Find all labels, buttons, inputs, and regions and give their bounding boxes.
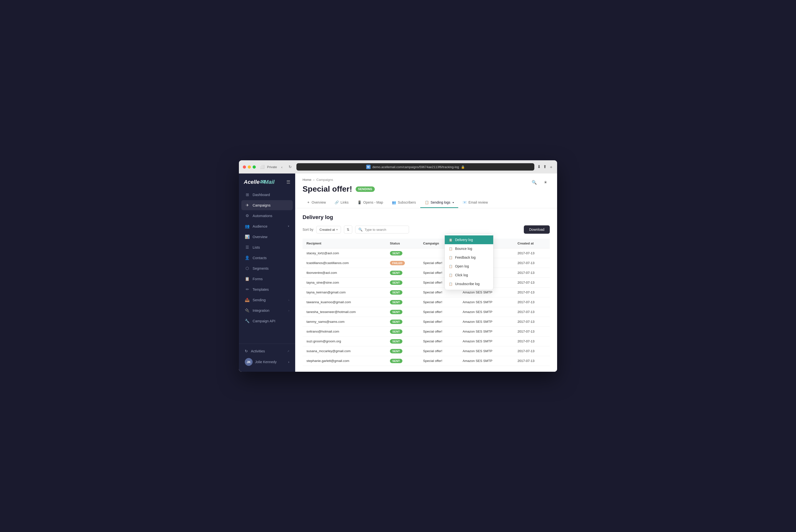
cell-status: SENT [386, 307, 419, 317]
dropdown-item-delivery-log[interactable]: 📋 Delivery log [445, 235, 493, 244]
cell-created: 2017-07-13 [514, 297, 550, 307]
integration-icon: 🔌 [245, 308, 250, 313]
cell-status: SENT [386, 287, 419, 297]
dropdown-item-bounce-log[interactable]: 📋 Bounce log [445, 244, 493, 253]
reload-button[interactable]: ↻ [287, 164, 293, 170]
sidebar-item-templates[interactable]: ✏ Templates [241, 284, 293, 294]
contacts-icon: 👤 [245, 255, 250, 260]
tab-links[interactable]: 🔗 Links [330, 197, 353, 208]
theme-toggle-button[interactable]: ☀ [541, 178, 550, 187]
sidebar-item-overview[interactable]: 📊 Overview [241, 232, 293, 242]
new-tab-icon[interactable]: ＋ [549, 164, 553, 170]
sidebar-item-segments[interactable]: ⬡ Segments [241, 263, 293, 273]
filter-button[interactable]: ⇅ [344, 225, 352, 234]
sidebar-item-automations[interactable]: ⚙ Automations [241, 211, 293, 221]
tab-label: Subscribers [398, 201, 416, 204]
download-icon[interactable]: ⬇ [537, 164, 541, 170]
sidebar-item-lists[interactable]: ☰ Lists [241, 242, 293, 252]
tab-opens-map[interactable]: 📱 Opens - Map [353, 197, 387, 208]
sidebar-item-contacts[interactable]: 👤 Contacts [241, 253, 293, 263]
templates-icon: ✏ [245, 287, 250, 292]
sidebar-item-audience[interactable]: 👥 Audience ▾ [241, 221, 293, 231]
dropdown-item-unsubscribe-log[interactable]: 📋 Unsubscribe log [445, 280, 493, 288]
tab-label: Links [340, 201, 348, 204]
cell-campaign: Special offer! [419, 297, 459, 307]
tab-label: Email review [469, 201, 488, 204]
sidebar-item-activities[interactable]: ↻ Activities ↗ [241, 347, 293, 356]
lock-icon: 🔒 [461, 165, 465, 169]
sidebar-item-dashboard[interactable]: ⊞ Dashboard [241, 190, 293, 200]
lists-icon: ☰ [245, 245, 250, 250]
table-row: tbonventre@aol.com SENT Special offer! A… [303, 268, 550, 278]
cell-recipient: stacey_lortz@aol.com [303, 248, 386, 258]
dropdown-item-click-log[interactable]: 📋 Click log [445, 271, 493, 280]
cell-status: SENT [386, 248, 419, 258]
browser-window: ⬜ Private ‹ ↻ M demo.acellemail.com/camp… [239, 160, 557, 372]
download-button[interactable]: Download [524, 225, 550, 234]
delivery-log-table: Recipient Status Campaign Sending server… [303, 239, 550, 366]
status-badge: SENDING [356, 187, 375, 192]
delivery-log-icon: 📋 [449, 238, 453, 242]
close-dot[interactable] [243, 166, 246, 169]
cell-created: 2017-07-13 [514, 327, 550, 337]
sending-icon: 📤 [245, 298, 250, 302]
status-badge: SENT [390, 359, 402, 363]
sidebar-item-integration[interactable]: 🔌 Integration › [241, 305, 293, 316]
window-controls [243, 166, 256, 169]
sidebar-item-label: Campaigns [252, 203, 270, 207]
content-area: Delivery log Sort by Created at ▾ ⇅ 🔍 [295, 208, 557, 372]
sidebar-toggle[interactable]: ☰ [286, 179, 290, 185]
share-icon[interactable]: ⬆ [543, 164, 547, 170]
table-row: tanesha_tesseneer@hotmail.com SENT Speci… [303, 307, 550, 317]
cell-server: Amazon SES SMTP [459, 317, 514, 327]
maximize-dot[interactable] [252, 166, 256, 169]
opens-map-tab-icon: 📱 [357, 201, 362, 204]
activities-icon: ↻ [245, 349, 248, 353]
sidebar-item-campaigns[interactable]: ✈ Campaigns [241, 200, 293, 210]
sidebar-item-sending[interactable]: 📤 Sending › [241, 295, 293, 305]
sidebar-item-forms[interactable]: 📋 Forms [241, 274, 293, 284]
cell-recipient: tcastillanos@castillanos.com [303, 258, 386, 268]
search-button[interactable]: 🔍 [530, 178, 538, 187]
table-row: tayna_keirnan@gmail.com SENT Special off… [303, 287, 550, 297]
sidebar-item-label: Lists [252, 245, 260, 249]
dropdown-item-feedback-log[interactable]: 📋 Feedback log [445, 253, 493, 262]
table-header-row: Recipient Status Campaign Sending server… [303, 239, 550, 248]
sidebar-user-item[interactable]: JK Jolie Kennedy › [241, 356, 293, 368]
cell-recipient: tbonventre@aol.com [303, 268, 386, 278]
cell-recipient: tayna_keirnan@gmail.com [303, 287, 386, 297]
table-row: suzi.groom@groom.org SENT Special offer!… [303, 337, 550, 346]
sort-by-label: Sort by [303, 228, 313, 231]
cell-status: SENT [386, 297, 419, 307]
sidebar-item-label: Sending [252, 298, 266, 302]
search-input[interactable] [364, 228, 406, 231]
tab-overview[interactable]: ✦ Overview [303, 197, 330, 208]
cell-campaign: Special offer! [419, 337, 459, 346]
breadcrumb-home[interactable]: Home [303, 178, 311, 182]
main-content: Home › Campaigns Special offer! SENDING … [295, 173, 557, 372]
click-log-icon: 📋 [449, 273, 453, 277]
breadcrumb: Home › Campaigns [303, 178, 375, 182]
tab-subscribers[interactable]: 👥 Subscribers [387, 197, 420, 208]
back-button[interactable]: ‹ [278, 164, 285, 170]
tab-email-review[interactable]: 📧 Email review [458, 197, 492, 208]
address-bar[interactable]: M demo.acellemail.com/campaigns/59674ae2… [297, 163, 534, 171]
sort-field-label: Created at [319, 228, 335, 231]
sidebar-item-campaign-api[interactable]: 🔧 Campaign API [241, 316, 293, 326]
status-badge: SENT [390, 349, 402, 353]
cell-created: 2017-07-13 [514, 337, 550, 346]
main-header: Home › Campaigns Special offer! SENDING … [295, 173, 557, 208]
tab-sending-logs[interactable]: 📋 Sending logs ▾ [420, 197, 458, 208]
tab-label: Overview [311, 201, 326, 204]
app-layout: Acelle✉Mail ☰ ⊞ Dashboard ✈ Campaigns ⚙ … [239, 173, 557, 372]
sidebar: Acelle✉Mail ☰ ⊞ Dashboard ✈ Campaigns ⚙ … [239, 173, 295, 372]
cell-recipient: svitrano@hotmail.com [303, 327, 386, 337]
minimize-dot[interactable] [248, 166, 251, 169]
table-row: tawanna_kuamoo@gmail.com SENT Special of… [303, 297, 550, 307]
sort-dropdown[interactable]: Created at ▾ [316, 226, 341, 233]
sidebar-item-label: Campaign API [252, 319, 276, 323]
sidebar-bottom: ↻ Activities ↗ JK Jolie Kennedy › [239, 344, 295, 372]
dropdown-item-open-log[interactable]: 📋 Open log [445, 262, 493, 271]
table-row: stephanie.garlett@gmail.com SENT Special… [303, 356, 550, 366]
email-review-tab-icon: 📧 [462, 201, 467, 204]
